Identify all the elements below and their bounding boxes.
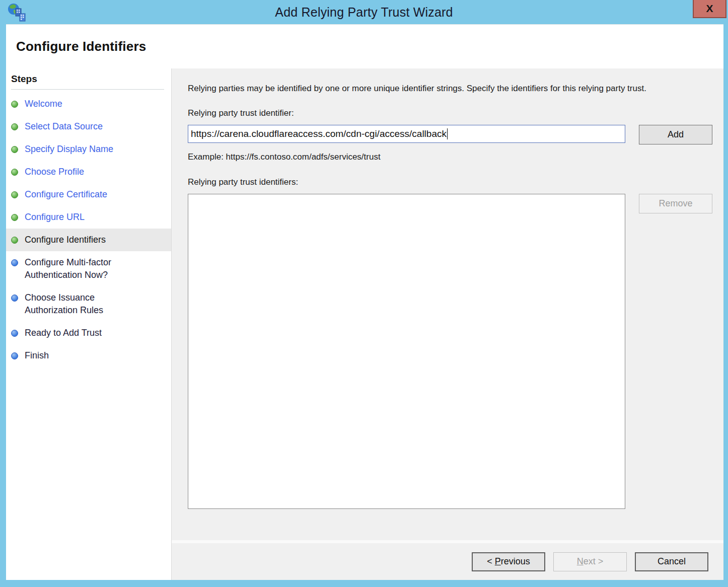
identifier-input[interactable]: https://carena.cloudflareaccess.com/cdn-… <box>188 125 625 143</box>
step-finish: Finish <box>6 344 171 367</box>
step-configure-url: Configure URL <box>6 206 171 229</box>
cancel-button[interactable]: Cancel <box>635 552 708 571</box>
step-configure-identifiers: Configure Identifiers <box>6 229 171 251</box>
text-caret <box>447 128 448 139</box>
identifier-input-label: Relying party trust identifier: <box>188 108 711 118</box>
wizard-footer: < Previous Next > Cancel <box>172 540 723 580</box>
page-description: Relying parties may be identified by one… <box>188 82 711 95</box>
page-header: Configure Identifiers <box>6 24 723 68</box>
step-status-bullet <box>11 352 18 359</box>
steps-list: Welcome Select Data Source Specify Displ… <box>6 90 171 367</box>
adfs-app-icon <box>7 3 27 23</box>
close-button[interactable]: X <box>693 0 726 18</box>
main-panel: Relying parties may be identified by one… <box>171 68 723 580</box>
page-title: Configure Identifiers <box>16 39 146 54</box>
window-title: Add Relying Party Trust Wizard <box>275 5 453 20</box>
identifier-input-value: https://carena.cloudflareaccess.com/cdn-… <box>191 128 447 139</box>
step-status-bullet <box>11 330 18 337</box>
steps-heading: Steps <box>11 74 164 90</box>
step-configure-certificate: Configure Certificate <box>6 183 171 206</box>
remove-button[interactable]: Remove <box>639 194 712 213</box>
identifiers-listbox[interactable] <box>188 194 625 509</box>
step-status-bullet <box>11 169 18 176</box>
step-status-bullet <box>11 259 18 266</box>
step-specify-display-name: Specify Display Name <box>6 138 171 161</box>
step-status-bullet <box>11 237 18 244</box>
wizard-window: Add Relying Party Trust Wizard X Configu… <box>0 0 728 587</box>
step-choose-issuance-rules: Choose Issuance Authorization Rules <box>6 286 171 322</box>
identifier-example: Example: https://fs.contoso.com/adfs/ser… <box>188 152 711 162</box>
step-status-bullet <box>11 191 18 198</box>
step-select-data-source: Select Data Source <box>6 115 171 138</box>
title-bar: Add Relying Party Trust Wizard X <box>0 0 728 24</box>
step-status-bullet <box>11 146 18 153</box>
dialog-body: Configure Identifiers Steps Welcome Sele… <box>6 24 723 580</box>
step-welcome: Welcome <box>6 93 171 115</box>
step-ready-to-add-trust: Ready to Add Trust <box>6 322 171 344</box>
add-button[interactable]: Add <box>639 125 712 144</box>
previous-button[interactable]: < Previous <box>472 552 545 571</box>
step-status-bullet <box>11 123 18 130</box>
step-status-bullet <box>11 214 18 221</box>
step-choose-profile: Choose Profile <box>6 161 171 183</box>
step-status-bullet <box>11 101 18 108</box>
identifiers-list-label: Relying party trust identifiers: <box>188 177 711 187</box>
steps-sidebar: Steps Welcome Select Data Source Specify… <box>6 68 171 580</box>
step-status-bullet <box>11 295 18 302</box>
next-button[interactable]: Next > <box>553 552 627 571</box>
step-configure-mfa: Configure Multi-factor Authentication No… <box>6 251 171 286</box>
